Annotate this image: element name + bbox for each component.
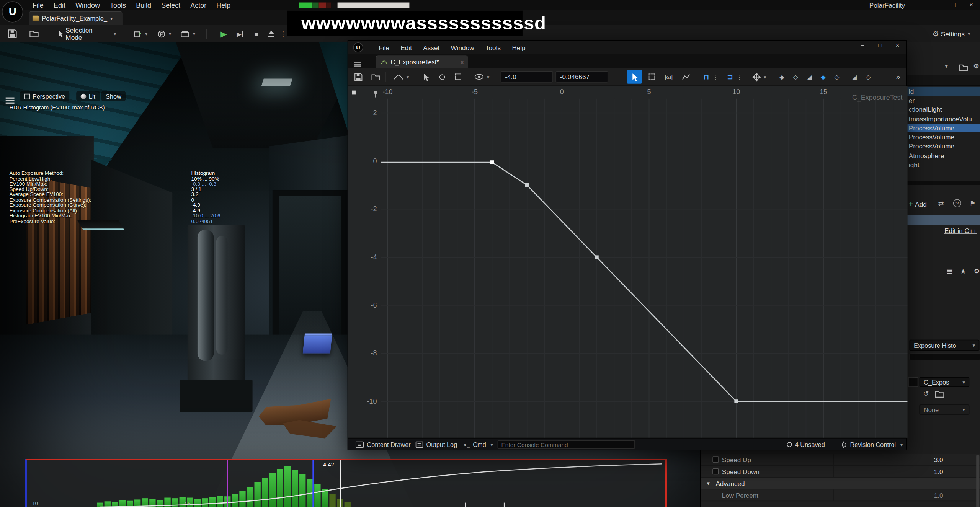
close-tab-icon[interactable]: ×: [461, 59, 464, 65]
lit-dropdown[interactable]: Lit: [76, 91, 100, 101]
curve-menu-item-file[interactable]: File: [373, 42, 395, 52]
transform-select-button[interactable]: [644, 70, 659, 84]
edit-in-cpp-link[interactable]: Edit in C++: [944, 227, 977, 234]
eject-button[interactable]: [265, 27, 278, 41]
curve-menu-item-edit[interactable]: Edit: [395, 42, 418, 52]
tangent-user-button[interactable]: ◇: [789, 70, 802, 84]
exposure-slider[interactable]: [910, 354, 980, 360]
curve-graph[interactable]: -10-505101520-2-4-6-8-10C_ExposureTest: [348, 86, 907, 438]
frame-skip-button[interactable]: ▶: [234, 27, 247, 41]
play-button[interactable]: ▶: [217, 27, 230, 41]
checkbox[interactable]: [712, 456, 719, 463]
tab-polarfacility-example[interactable]: PolarFacility_Example_ •: [29, 11, 122, 25]
tangent-constant-button[interactable]: ◇: [831, 70, 843, 84]
curve-asset-dropdown[interactable]: C_Expos ▾: [920, 377, 970, 387]
menu-item-file[interactable]: File: [28, 0, 49, 10]
toolbar-overflow-button[interactable]: »: [892, 70, 905, 84]
selection-mode-dropdown[interactable]: Selection Mode ▾: [57, 27, 116, 41]
tab-c-exposuretest[interactable]: C_ExposureTest* ×: [376, 55, 468, 68]
details-category-row[interactable]: ▾Advanced: [701, 478, 980, 489]
gear-icon[interactable]: ⚙: [973, 62, 979, 70]
normalized-view-button[interactable]: |ω|: [661, 70, 677, 84]
curve-menu-item-asset[interactable]: Asset: [418, 42, 445, 52]
save-button[interactable]: [6, 27, 19, 41]
curve-menu-item-window[interactable]: Window: [445, 42, 480, 52]
select-tool-button-active[interactable]: [627, 70, 642, 84]
details-property-value[interactable]: 3.0: [888, 456, 943, 463]
details-property-row[interactable]: Speed Up3.0: [701, 454, 980, 466]
browse-to-asset-icon[interactable]: [935, 390, 944, 398]
flag-icon[interactable]: ⚑: [969, 200, 975, 208]
details-property-value[interactable]: 1.0: [888, 468, 943, 475]
save-button[interactable]: [352, 70, 364, 84]
use-selected-icon[interactable]: ↺: [923, 390, 929, 398]
stop-button[interactable]: ■: [250, 27, 263, 41]
details-property-value[interactable]: 1.0: [888, 491, 943, 499]
scrollbar[interactable]: [976, 455, 979, 507]
menu-item-actor[interactable]: Actor: [185, 0, 211, 10]
star-icon[interactable]: ★: [960, 267, 966, 275]
console-command-input[interactable]: [498, 440, 635, 449]
curve-view-dropdown[interactable]: ▾: [390, 70, 412, 84]
key-time-input[interactable]: [501, 71, 553, 82]
flatten-button[interactable]: ◇: [862, 70, 874, 84]
tangent-auto-button[interactable]: ◆: [776, 70, 788, 84]
tangent-linear-button-active[interactable]: ◆: [817, 70, 830, 84]
help-icon[interactable]: ?: [953, 199, 961, 207]
close-icon[interactable]: ×: [889, 41, 906, 51]
weighted-tangent-button[interactable]: ◢: [848, 70, 861, 84]
details-property-row[interactable]: Speed Down1.0: [701, 466, 980, 478]
key-value-input[interactable]: [555, 71, 608, 82]
select-keys-button[interactable]: [418, 70, 433, 84]
curve-menu-item-tools[interactable]: Tools: [480, 42, 506, 52]
output-log-button[interactable]: Output Log: [413, 440, 460, 450]
sidebar-toggle[interactable]: [354, 58, 361, 63]
details-property-row[interactable]: Low Percent1.0: [701, 489, 980, 501]
pivot-button[interactable]: [434, 70, 449, 84]
curve-editor-titlebar[interactable]: U FileEditAssetWindowToolsHelp − □ ×: [348, 41, 906, 54]
browse-to-asset-button[interactable]: [369, 70, 382, 84]
browse-content-button[interactable]: [28, 27, 40, 41]
graph-mode-button[interactable]: [678, 70, 693, 84]
menu-item-build[interactable]: Build: [131, 0, 156, 10]
gear-icon[interactable]: ⚙: [974, 267, 980, 275]
metering-mode-dropdown[interactable]: Exposure Histo ▾: [910, 340, 980, 351]
checkbox[interactable]: [712, 468, 719, 474]
viewport-options-button[interactable]: [6, 93, 15, 99]
menu-item-edit[interactable]: Edit: [49, 0, 70, 10]
visibility-dropdown[interactable]: ▾: [470, 70, 493, 84]
curve-asset-thumbnail[interactable]: [908, 377, 918, 387]
menu-item-window[interactable]: Window: [70, 0, 105, 10]
maximize-icon[interactable]: □: [871, 41, 889, 51]
revision-control-dropdown[interactable]: Revision Control ▾: [838, 440, 905, 450]
menu-item-tools[interactable]: Tools: [105, 0, 131, 10]
close-icon[interactable]: ×: [962, 0, 980, 10]
perspective-dropdown[interactable]: Perspective: [20, 91, 69, 101]
chevron-down-icon[interactable]: ▾: [945, 63, 948, 69]
curve-menu-item-help[interactable]: Help: [506, 42, 531, 52]
unreal-logo-icon[interactable]: U: [2, 1, 23, 22]
minimize-icon[interactable]: −: [928, 0, 945, 10]
cinematics-dropdown[interactable]: ▾: [179, 27, 198, 41]
add-actor-dropdown[interactable]: ▾: [131, 27, 150, 41]
tangent-break-button[interactable]: ◢: [803, 70, 816, 84]
content-drawer-button[interactable]: Content Drawer: [353, 440, 413, 450]
folder-icon[interactable]: [959, 64, 968, 71]
settings-dropdown[interactable]: ⚙ Settings ▾: [928, 27, 975, 41]
snap-value-toggle[interactable]: ⊐: [723, 70, 737, 84]
unsaved-indicator[interactable]: 4 Unsaved: [784, 440, 827, 450]
swap-icon[interactable]: ⇄: [938, 200, 944, 208]
none-dropdown[interactable]: None ▾: [920, 404, 970, 414]
list-icon[interactable]: ▤: [946, 267, 953, 275]
blueprints-dropdown[interactable]: ▾: [155, 27, 174, 41]
marquee-button[interactable]: [451, 70, 466, 84]
maximize-icon[interactable]: □: [945, 0, 963, 10]
minimize-icon[interactable]: −: [854, 41, 871, 51]
add-component-button[interactable]: + Add: [909, 200, 927, 209]
menu-item-help[interactable]: Help: [211, 0, 235, 10]
show-dropdown[interactable]: Show: [101, 91, 126, 101]
snap-time-toggle[interactable]: ⊓: [699, 70, 713, 84]
transform-tools-dropdown[interactable]: ▾: [748, 70, 771, 84]
play-options-kebab[interactable]: ⋮: [279, 27, 287, 41]
snap-time-kebab[interactable]: ⋮: [713, 70, 718, 84]
